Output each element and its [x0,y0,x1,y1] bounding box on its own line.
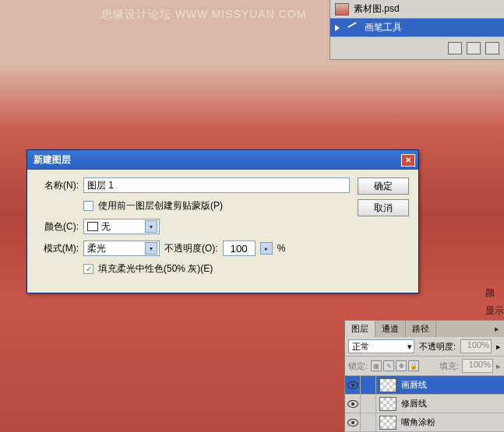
new-layer-dialog: 新建图层 ✕ 名称(N): 使用前一图层创建剪贴蒙版(P) 颜色(C): 无 ▾… [26,149,419,293]
layer-name-label: 嘴角涂粉 [400,416,504,428]
opacity-input[interactable] [223,241,256,256]
opacity-stepper-icon[interactable]: ▸ [260,242,273,255]
opacity-label: 不透明度(O): [164,242,218,255]
visibility-toggle[interactable] [345,395,361,413]
panel-menu-icon[interactable]: ▸ [490,324,504,334]
blend-mode-select[interactable]: 正常 ▾ [348,339,414,353]
visibility-toggle[interactable] [345,376,361,394]
layer-thumb [379,378,397,392]
ok-button[interactable]: 确定 [358,177,409,195]
brush-icon [346,23,358,33]
layer-thumb [379,397,397,411]
history-item-label: 画笔工具 [365,21,402,34]
layer-thumb [379,416,397,430]
layers-panel: 图层 通道 路径 ▸ 正常 ▾ 不透明度: 100% ▸ 锁定: ▦ ✎ ✥ 🔒… [344,320,504,432]
close-icon[interactable]: ✕ [401,154,415,167]
visibility-toggle[interactable] [345,413,361,431]
eye-icon [347,419,358,427]
side-label-b: 显示 [485,304,504,318]
layer-row[interactable]: 嘴角涂粉 [345,413,504,432]
opacity-stepper-icon[interactable]: ▸ [496,342,501,352]
fill-label: 填充柔光中性色(50% 灰)(E) [98,262,213,276]
eye-icon [347,400,358,408]
clip-checkbox[interactable] [83,201,93,211]
lock-pixels-icon[interactable]: ✎ [383,360,394,371]
layer-opacity-label: 不透明度: [419,341,456,353]
lock-position-icon[interactable]: ✥ [396,360,407,371]
tab-channels[interactable]: 通道 [375,321,406,337]
tab-paths[interactable]: 路径 [406,321,436,337]
panel-tabs: 图层 通道 路径 ▸ [345,321,504,337]
link-cell[interactable] [361,395,376,413]
dialog-title: 新建图层 [33,153,71,167]
history-header: 素材图.psd [330,0,504,19]
lock-all-icon[interactable]: 🔒 [408,360,419,371]
new-doc-icon[interactable] [448,42,462,54]
blend-mode-value: 正常 [352,341,369,353]
mode-label: 模式(M): [37,242,79,255]
trash-icon[interactable] [485,42,499,54]
mode-value: 柔光 [87,242,106,255]
new-snapshot-icon[interactable] [467,42,481,54]
history-doc-thumb [335,3,349,16]
chevron-down-icon: ▾ [145,220,157,233]
history-item[interactable]: 画笔工具 [330,19,504,37]
history-footer [330,37,504,59]
opacity-unit: % [277,243,286,254]
tab-layers[interactable]: 图层 [345,321,375,337]
mode-select[interactable]: 柔光 ▾ [83,241,160,256]
lock-transparency-icon[interactable]: ▦ [371,360,382,371]
cancel-button[interactable]: 取消 [358,199,409,216]
side-labels: 颜 显示 [485,286,504,318]
play-icon [335,25,340,31]
layer-fill-input[interactable]: 100% [462,359,493,373]
history-panel: 素材图.psd 画笔工具 [330,0,504,60]
lock-label: 锁定: [348,360,368,372]
color-value: 无 [101,220,111,234]
history-doc-name: 素材图.psd [354,2,400,16]
link-cell[interactable] [361,413,376,431]
layer-row[interactable]: 画唇线 [345,376,504,395]
eye-icon [347,381,358,389]
dialog-titlebar[interactable]: 新建图层 ✕ [27,150,418,170]
swatch-icon [87,222,98,231]
layer-list: 画唇线修唇线嘴角涂粉 [345,376,504,432]
layer-name-input[interactable] [83,177,350,193]
chevron-down-icon: ▾ [145,242,157,255]
clip-label: 使用前一图层创建剪贴蒙版(P) [98,199,223,212]
layer-opacity-input[interactable]: 100% [460,339,492,353]
fill-stepper-icon[interactable]: ▸ [496,361,501,371]
layer-name-label: 画唇线 [400,379,504,391]
link-cell[interactable] [361,376,376,394]
name-label: 名称(N): [37,179,79,192]
layer-name-label: 修唇线 [400,398,504,409]
side-label-a: 颜 [485,286,504,300]
chevron-down-icon: ▾ [407,342,412,352]
color-select[interactable]: 无 ▾ [83,219,160,234]
layer-fill-label: 填充: [439,360,459,372]
layer-row[interactable]: 修唇线 [345,395,504,413]
color-label: 颜色(C): [37,220,79,234]
fill-checkbox[interactable] [83,264,93,274]
watermark-text: 思缘设计论坛 WWW.MISSYUAN.COM [101,8,306,22]
